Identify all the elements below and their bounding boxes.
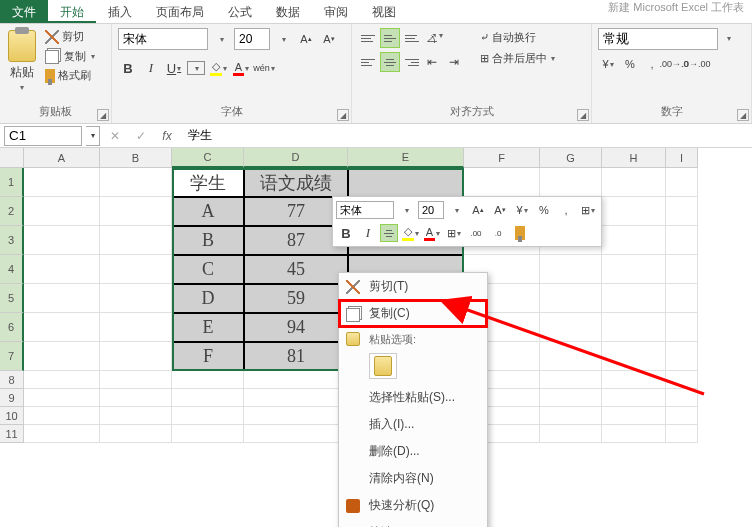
cell-G8[interactable] — [540, 371, 602, 389]
cell-A7[interactable] — [24, 342, 100, 371]
column-header-A[interactable]: A — [24, 148, 100, 168]
cell-C2[interactable]: A — [172, 197, 244, 226]
cell-D11[interactable] — [244, 425, 348, 443]
tab-view[interactable]: 视图 — [360, 0, 408, 23]
cell-C11[interactable] — [172, 425, 244, 443]
cell-D7[interactable]: 81 — [244, 342, 348, 371]
column-header-H[interactable]: H — [602, 148, 666, 168]
align-right-button[interactable] — [402, 52, 422, 72]
mini-increase-font[interactable]: A▴ — [468, 200, 488, 220]
column-header-E[interactable]: E — [348, 148, 464, 168]
row-header-6[interactable]: 6 — [0, 313, 24, 342]
cell-I9[interactable] — [666, 389, 698, 407]
cell-C10[interactable] — [172, 407, 244, 425]
number-format-select[interactable] — [598, 28, 718, 50]
ctx-quick-analysis[interactable]: 快速分析(Q) — [339, 492, 487, 519]
column-header-C[interactable]: C — [172, 148, 244, 168]
ctx-cut[interactable]: 剪切(T) — [339, 273, 487, 300]
orientation-button[interactable]: ⦨ — [424, 28, 444, 48]
cell-G5[interactable] — [540, 284, 602, 313]
row-header-5[interactable]: 5 — [0, 284, 24, 313]
cell-B2[interactable] — [100, 197, 172, 226]
cell-B8[interactable] — [100, 371, 172, 389]
mini-font-color[interactable]: A — [422, 223, 442, 243]
cell-B7[interactable] — [100, 342, 172, 371]
cell-B10[interactable] — [100, 407, 172, 425]
cell-D4[interactable]: 45 — [244, 255, 348, 284]
tab-home[interactable]: 开始 — [48, 0, 96, 23]
cell-D6[interactable]: 94 — [244, 313, 348, 342]
ctx-filter[interactable]: 筛选(E) — [339, 519, 487, 527]
mini-percent[interactable]: % — [534, 200, 554, 220]
row-header-3[interactable]: 3 — [0, 226, 24, 255]
formula-input[interactable] — [182, 127, 748, 145]
align-left-button[interactable] — [358, 52, 378, 72]
cell-H2[interactable] — [602, 197, 666, 226]
cell-C9[interactable] — [172, 389, 244, 407]
cell-A2[interactable] — [24, 197, 100, 226]
mini-italic[interactable]: I — [358, 223, 378, 243]
row-header-9[interactable]: 9 — [0, 389, 24, 407]
cell-I10[interactable] — [666, 407, 698, 425]
mini-decrease-decimal[interactable]: .0 — [488, 223, 508, 243]
tab-page-layout[interactable]: 页面布局 — [144, 0, 216, 23]
select-all-corner[interactable] — [0, 148, 24, 168]
cell-A8[interactable] — [24, 371, 100, 389]
cell-A6[interactable] — [24, 313, 100, 342]
align-center-button[interactable] — [380, 52, 400, 72]
cell-B3[interactable] — [100, 226, 172, 255]
cell-G11[interactable] — [540, 425, 602, 443]
ctx-paste-option-default[interactable] — [369, 353, 397, 379]
underline-button[interactable]: U — [164, 58, 184, 78]
mini-fill-color[interactable]: ◇ — [400, 223, 420, 243]
cell-A5[interactable] — [24, 284, 100, 313]
mini-format-painter[interactable] — [510, 223, 530, 243]
cell-A4[interactable] — [24, 255, 100, 284]
cell-H7[interactable] — [602, 342, 666, 371]
cell-B9[interactable] — [100, 389, 172, 407]
enter-formula-button[interactable]: ✓ — [130, 126, 152, 146]
mini-border[interactable]: ⊞ — [578, 200, 598, 220]
cut-button[interactable]: 剪切 — [42, 28, 98, 45]
cell-I11[interactable] — [666, 425, 698, 443]
column-header-G[interactable]: G — [540, 148, 602, 168]
clipboard-launcher[interactable]: ◢ — [97, 109, 109, 121]
align-bottom-button[interactable] — [402, 28, 422, 48]
cell-I2[interactable] — [666, 197, 698, 226]
bold-button[interactable]: B — [118, 58, 138, 78]
cell-D1[interactable]: 语文成绩 — [244, 168, 348, 197]
mini-increase-decimal[interactable]: .00 — [466, 223, 486, 243]
ctx-delete[interactable]: 删除(D)... — [339, 438, 487, 465]
decrease-font-button[interactable]: A▾ — [319, 29, 339, 49]
fill-color-button[interactable]: ◇ — [208, 58, 228, 78]
tab-file[interactable]: 文件 — [0, 0, 48, 23]
cell-D10[interactable] — [244, 407, 348, 425]
cell-H10[interactable] — [602, 407, 666, 425]
number-launcher[interactable]: ◢ — [737, 109, 749, 121]
mini-align-center[interactable] — [380, 224, 398, 242]
column-header-B[interactable]: B — [100, 148, 172, 168]
font-name-dropdown[interactable] — [211, 29, 231, 49]
cell-H4[interactable] — [602, 255, 666, 284]
cell-C4[interactable]: C — [172, 255, 244, 284]
cell-H1[interactable] — [602, 168, 666, 197]
row-header-8[interactable]: 8 — [0, 371, 24, 389]
cell-G10[interactable] — [540, 407, 602, 425]
align-middle-button[interactable] — [380, 28, 400, 48]
cell-D8[interactable] — [244, 371, 348, 389]
cell-B1[interactable] — [100, 168, 172, 197]
row-header-4[interactable]: 4 — [0, 255, 24, 284]
increase-indent-button[interactable]: ⇥ — [446, 52, 466, 72]
tab-insert[interactable]: 插入 — [96, 0, 144, 23]
tab-data[interactable]: 数据 — [264, 0, 312, 23]
tab-formulas[interactable]: 公式 — [216, 0, 264, 23]
phonetic-button[interactable]: wén — [254, 58, 274, 78]
font-color-button[interactable]: A — [231, 58, 251, 78]
row-header-2[interactable]: 2 — [0, 197, 24, 226]
percent-button[interactable]: % — [620, 54, 640, 74]
ctx-paste-special[interactable]: 选择性粘贴(S)... — [339, 384, 487, 411]
row-header-7[interactable]: 7 — [0, 342, 24, 371]
cell-G9[interactable] — [540, 389, 602, 407]
cell-G4[interactable] — [540, 255, 602, 284]
column-header-D[interactable]: D — [244, 148, 348, 168]
